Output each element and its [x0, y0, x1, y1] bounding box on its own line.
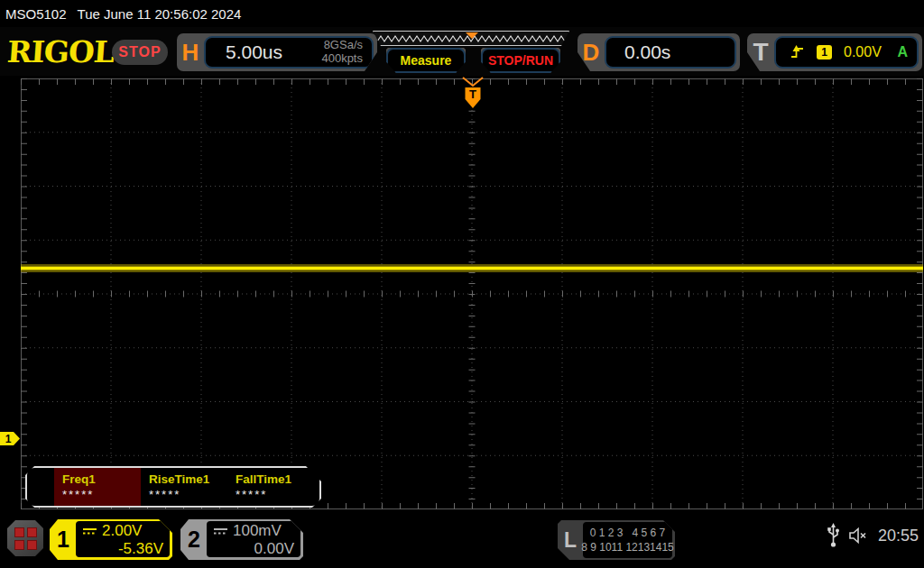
clock: 20:55	[878, 527, 919, 545]
channel2-number: 2	[180, 519, 208, 560]
acquisition-info: 8GSa/s 400kpts	[321, 39, 372, 66]
svg-text:T: T	[469, 87, 476, 101]
measurement-item-freq1[interactable]: Freq1 *****	[54, 468, 141, 506]
system-tray: 20:55	[827, 523, 919, 548]
ch1-waveform-trace[interactable]	[21, 264, 923, 272]
measurement-item-risetime1[interactable]: RiseTime1 *****	[141, 468, 227, 506]
measurement-value: *****	[236, 488, 314, 501]
logic-label: L	[558, 520, 583, 560]
measurement-value: *****	[149, 488, 227, 501]
trigger-position-marker[interactable]: T	[461, 77, 485, 113]
stop-run-button[interactable]: STOP/RUN	[481, 48, 560, 73]
timebase-box[interactable]: 5.00us 8GSa/s 400kpts	[204, 36, 374, 69]
logic-channel-numbers: 0 1 2 3 4 5 6 7 8 9 1011 12131415	[583, 522, 672, 558]
oscilloscope-screen: MSO5102 Tue June 11 20:56:02 2024 RIGOL …	[0, 0, 924, 568]
logic-analyzer-status[interactable]: L 0 1 2 3 4 5 6 7 8 9 1011 12131415	[558, 520, 675, 560]
menu-grid-button[interactable]	[7, 520, 43, 556]
channel1-offset: -5.36V	[82, 540, 163, 558]
header-bar: RIGOL STOP H 5.00us 8GSa/s 400kpts Measu…	[0, 27, 924, 76]
delay-label: D	[578, 39, 605, 67]
trigger-sweep-mode: A	[897, 44, 917, 60]
measurement-panel: Freq1 ***** RiseTime1 ***** FallTime1 **…	[25, 466, 321, 508]
ch1-ground-marker[interactable]: 1	[0, 431, 21, 446]
rigol-logo: RIGOL	[6, 34, 116, 69]
channel1-number: 1	[50, 519, 77, 560]
bottom-status-bar: 1 2.00V -5.36V 2	[0, 514, 924, 568]
rising-edge-icon	[790, 45, 805, 60]
top-info-bar: MSO5102 Tue June 11 20:56:02 2024	[0, 0, 924, 27]
channel2-status[interactable]: 2 100mV 0.00V	[180, 519, 303, 560]
logic-row-0-7: 0 1 2 3 4 5 6 7	[590, 527, 665, 539]
model-name: MSO5102	[5, 6, 67, 22]
channel2-scale: 100mV	[233, 522, 282, 540]
datetime: Tue June 11 20:56:02 2024	[78, 6, 242, 22]
usb-icon[interactable]	[827, 523, 840, 548]
channel1-scale: 2.00V	[102, 522, 142, 540]
trigger-label: T	[747, 38, 774, 67]
measurement-item-falltime1[interactable]: FallTime1 *****	[227, 468, 314, 506]
sample-rate: 8GSa/s	[321, 39, 363, 52]
channel2-offset: 0.00V	[213, 540, 294, 558]
measurement-value: *****	[62, 488, 141, 501]
dc-coupling-icon	[82, 527, 97, 536]
logic-row-8-15: 8 9 1011 12131415	[581, 541, 674, 554]
trigger-box[interactable]: 1 0.00V A	[774, 36, 919, 69]
channel1-values: 2.00V -5.36V	[76, 521, 170, 557]
trigger-source-badge: 1	[817, 45, 832, 60]
measurement-label: FallTime1	[236, 472, 314, 486]
sound-muted-icon[interactable]	[848, 527, 870, 545]
trigger-level: 0.00V	[844, 44, 882, 60]
channel2-values: 100mV 0.00V	[207, 521, 300, 557]
graticule	[21, 78, 923, 509]
memory-waveform-icon	[374, 32, 570, 47]
menu-grid-icon	[14, 527, 37, 550]
horizontal-label: H	[177, 39, 204, 67]
measure-button[interactable]: Measure	[386, 48, 466, 73]
run-state-badge[interactable]: STOP	[112, 40, 168, 65]
dc-coupling-icon	[213, 527, 228, 536]
horizontal-settings[interactable]: H 5.00us 8GSa/s 400kpts	[177, 33, 377, 71]
timebase-value: 5.00us	[206, 41, 321, 63]
measurement-label: Freq1	[62, 472, 141, 486]
svg-text:1: 1	[5, 433, 12, 445]
delay-value: 0.00s	[606, 41, 670, 63]
channel1-status[interactable]: 1 2.00V -5.36V	[50, 519, 172, 560]
trigger-settings[interactable]: T 1 0.00V A	[747, 33, 922, 71]
measurement-label: RiseTime1	[149, 472, 227, 486]
memory-position-strip[interactable]	[373, 31, 569, 46]
delay-box[interactable]: 0.00s	[605, 36, 736, 69]
delay-settings[interactable]: D 0.00s	[578, 33, 740, 71]
memory-depth: 400kpts	[321, 52, 363, 66]
